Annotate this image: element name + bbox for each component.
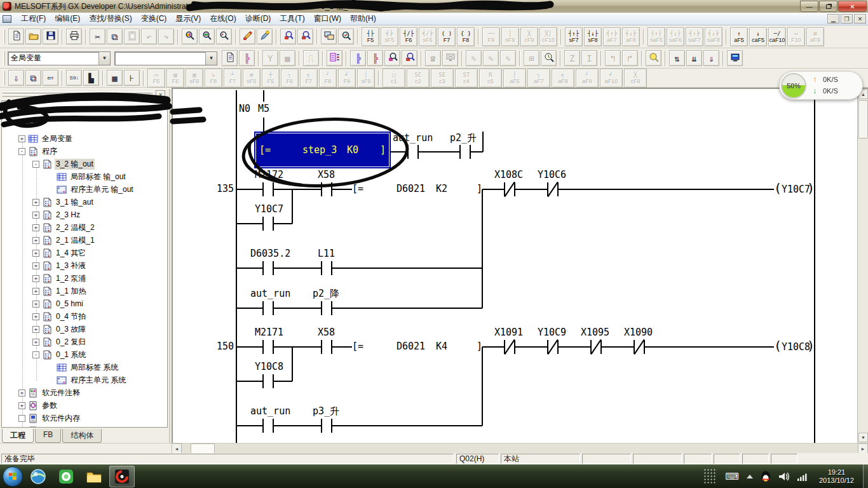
status-empty	[633, 454, 682, 464]
tray-dots-pattern	[703, 468, 716, 485]
taskbar-security-icon[interactable]	[53, 466, 79, 487]
ladder-coil[interactable]: (Y10C7)	[774, 180, 815, 198]
ladder-contact[interactable]	[316, 182, 337, 196]
ladder-contact[interactable]	[258, 340, 278, 354]
ladder-wire	[482, 347, 483, 426]
device-label: aut_run	[393, 132, 433, 144]
taskbar-clock[interactable]: 19:212013/10/12	[819, 468, 854, 485]
status-plc-type: Q02(H)	[456, 454, 499, 464]
ladder-editor: N0M5135150aut_runp2_升M2172X58X108CY10C6Y…	[172, 88, 868, 443]
status-empty	[714, 454, 740, 464]
selected-block-text: ]	[380, 144, 386, 156]
penguin-icon	[761, 471, 771, 482]
device-label: X1095	[581, 327, 609, 338]
status-ready: 准备完毕	[1, 454, 454, 464]
status-bar: 准备完毕 Q02(H)本站	[0, 453, 868, 464]
device-label: X1091	[494, 327, 523, 338]
ladder-contact[interactable]	[258, 419, 278, 433]
ladder-contact[interactable]	[258, 182, 278, 196]
upload-arrow-icon: ↑	[813, 75, 817, 84]
status-empty	[582, 454, 631, 464]
ladder-contact[interactable]	[316, 261, 337, 275]
status-station: 本站	[501, 454, 580, 464]
compare-device[interactable]: D6021	[397, 341, 425, 352]
compare-value[interactable]: K4	[436, 341, 447, 352]
scrollbar-thumb[interactable]	[858, 100, 868, 139]
ladder-contact[interactable]	[403, 145, 423, 159]
ladder-contact-closed[interactable]	[499, 340, 520, 354]
ladder-contact-closed[interactable]	[543, 340, 563, 354]
ladder-wire	[482, 189, 483, 308]
scroll-down-button[interactable]: ▼	[858, 433, 868, 442]
network-signal-icon[interactable]	[797, 472, 809, 481]
device-label: X108C	[494, 169, 523, 180]
taskbar-gx-developer-icon[interactable]	[109, 466, 135, 487]
device-label: aut_run	[250, 405, 290, 417]
show-desktop-button[interactable]	[863, 464, 868, 488]
selected-block-text: K0	[347, 144, 358, 156]
main-area: x +全局变量-程序-3_2 输_out局部标签 输_out程序主单元 输_ou…	[0, 88, 868, 443]
device-label: X58	[318, 169, 335, 180]
ladder-contact[interactable]	[316, 301, 337, 315]
net-speed-ball[interactable]: 50%	[781, 73, 806, 98]
ladder-contact-closed[interactable]	[629, 340, 649, 354]
rung-step-number: 135	[208, 183, 234, 194]
ladder-contact[interactable]	[258, 217, 278, 231]
rung-step-number: 150	[208, 341, 234, 352]
system-tray: ⌨ 19:212013/10/12	[703, 464, 868, 488]
taskbar-explorer-icon[interactable]	[81, 466, 107, 487]
device-label: Y10C7	[255, 203, 283, 215]
qq-icon[interactable]	[761, 471, 771, 482]
shield-icon	[58, 468, 74, 485]
compare-bracket: ]	[477, 183, 482, 194]
compare-instruction[interactable]: [=	[352, 183, 363, 194]
ladder-contact-closed[interactable]	[499, 182, 520, 196]
device-label: Y10C6	[538, 169, 566, 180]
selected-compare-block[interactable]: [=step_3K0]	[254, 132, 391, 168]
net-speed-widget[interactable]: 50% ↑0K/S ↓0K/S	[779, 71, 863, 100]
horizontal-scrollbar[interactable]: ◄ ►	[172, 444, 868, 454]
device-label: p2_升	[450, 132, 477, 144]
compare-bracket: ]	[477, 341, 482, 352]
speaker-icon	[778, 471, 790, 482]
ladder-contact[interactable]	[316, 340, 337, 354]
ladder-wire	[814, 93, 815, 444]
vertical-scrollbar[interactable]: ▲ ▼	[857, 89, 868, 443]
device-label: Y10C9	[538, 327, 566, 338]
windows-flag-icon	[9, 472, 17, 480]
ladder-wire	[263, 90, 264, 102]
ladder-wire	[263, 118, 264, 132]
compare-value[interactable]: K2	[436, 183, 447, 194]
browser-icon	[30, 468, 46, 485]
device-label: p2_降	[313, 288, 339, 300]
ladder-wire	[482, 132, 484, 152]
tray-expand-icon[interactable]	[747, 475, 753, 478]
ladder-contact[interactable]	[455, 145, 475, 159]
ladder-contact-closed[interactable]	[586, 340, 606, 354]
device-label: X58	[318, 327, 335, 338]
compare-device[interactable]: D6021	[397, 183, 425, 194]
ladder-label: M5	[258, 103, 269, 114]
folder-icon	[86, 468, 102, 485]
scroll-right-button[interactable]: ►	[858, 444, 868, 454]
device-label: L11	[318, 248, 335, 259]
ladder-wire	[292, 189, 293, 224]
start-button[interactable]	[3, 466, 23, 487]
gx-developer-icon	[114, 468, 130, 485]
ladder-coil[interactable]: (Y10C8)	[774, 338, 815, 356]
ladder-contact[interactable]	[258, 301, 278, 315]
taskbar-browser-icon[interactable]	[25, 466, 51, 487]
signal-bars-icon	[797, 472, 809, 481]
ladder-wire	[236, 90, 237, 444]
device-label: M2172	[255, 169, 283, 180]
volume-icon[interactable]	[778, 471, 790, 482]
compare-instruction[interactable]: [=	[352, 341, 363, 352]
ladder-contact[interactable]	[316, 419, 337, 433]
ladder-contact-closed[interactable]	[543, 182, 563, 196]
selected-block-text: step_3	[302, 144, 337, 156]
ladder-contact[interactable]	[258, 374, 278, 388]
ladder-contact[interactable]	[258, 261, 278, 275]
keyboard-icon[interactable]: ⌨	[725, 471, 739, 482]
scrollbar-thumb[interactable]	[191, 444, 215, 454]
scroll-left-button[interactable]: ◄	[172, 444, 182, 454]
